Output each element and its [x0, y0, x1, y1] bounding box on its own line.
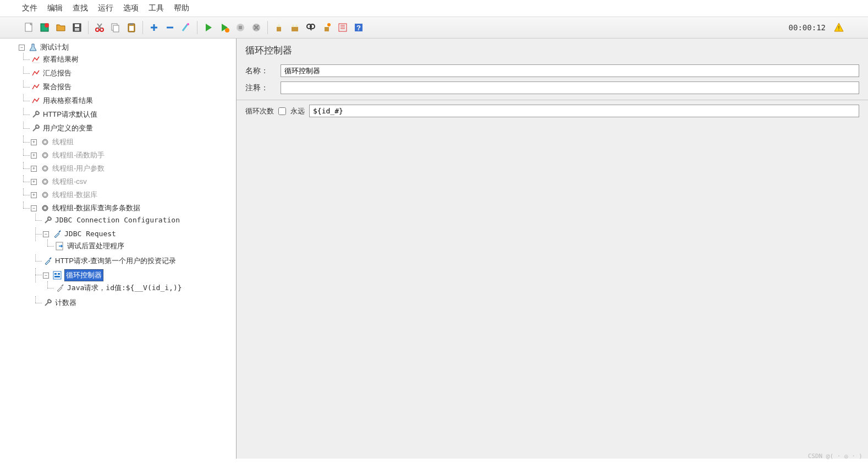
menubar: 文件 编辑 查找 运行 选项 工具 帮助: [0, 0, 868, 17]
expand-icon[interactable]: +: [31, 152, 37, 159]
start-no-pause-icon[interactable]: [217, 20, 232, 35]
tree-label: Java请求，id值:${__V(id_i,)}: [67, 282, 182, 293]
forever-checkbox[interactable]: [278, 107, 286, 115]
expand-icon[interactable]: +: [31, 192, 37, 198]
collapse-icon[interactable]: −: [43, 273, 49, 279]
new-icon[interactable]: [22, 20, 36, 35]
tree-item-counter[interactable]: 计数器: [43, 297, 76, 308]
svg-rect-59: [54, 276, 60, 277]
expand-icon[interactable]: +: [31, 179, 37, 185]
open-icon[interactable]: [54, 20, 68, 35]
clear-icon[interactable]: [272, 20, 286, 35]
tree-label: 线程组-csv: [52, 176, 87, 187]
save-icon[interactable]: [70, 20, 84, 35]
collapse-icon[interactable]: −: [31, 205, 37, 211]
svg-rect-14: [129, 26, 134, 31]
tree-label: 计数器: [55, 297, 76, 308]
toolbar: ? 00:00:12 !: [0, 17, 868, 39]
clear-all-icon[interactable]: [288, 20, 302, 35]
collapse-icon[interactable]: −: [19, 45, 25, 51]
search-icon[interactable]: [304, 20, 318, 35]
tree-item-java-request[interactable]: Java请求，id值:${__V(id_i,)}: [55, 282, 182, 293]
tree-item-tg-dbquery[interactable]: −线程组-数据库查询多条数据: [31, 203, 140, 214]
svg-point-18: [187, 23, 189, 25]
tree-label: 察看结果树: [43, 54, 79, 65]
pipette-icon: [52, 229, 62, 239]
flask-icon: [28, 42, 38, 52]
expand-icon[interactable]: +: [31, 139, 37, 145]
svg-point-32: [327, 23, 331, 26]
tree-item-summary[interactable]: 汇总报告: [31, 68, 72, 79]
menu-run[interactable]: 运行: [98, 3, 113, 13]
gear-icon: [40, 137, 50, 147]
tree-label: 用户定义的变量: [43, 123, 93, 134]
menu-find[interactable]: 查找: [73, 3, 88, 13]
copy-icon[interactable]: [108, 20, 123, 35]
toggle-icon[interactable]: [179, 20, 193, 35]
reset-search-icon[interactable]: [320, 20, 334, 35]
tree-label: 测试计划: [40, 42, 69, 53]
gear-icon: [40, 150, 50, 160]
loop-label: 循环次数: [245, 106, 274, 116]
tree-item-tg-userparam[interactable]: +线程组-用户参数: [31, 163, 105, 174]
comment-input[interactable]: [281, 81, 859, 94]
tree-root[interactable]: − 测试计划: [19, 42, 69, 53]
menu-file[interactable]: 文件: [22, 3, 37, 13]
name-input[interactable]: [281, 64, 859, 77]
loop-count-input[interactable]: [309, 105, 859, 117]
menu-edit[interactable]: 编辑: [47, 3, 63, 13]
tree-item-http-defaults[interactable]: HTTP请求默认值: [31, 109, 97, 120]
shutdown-icon[interactable]: [249, 20, 263, 35]
gear-icon: [40, 203, 50, 213]
tree-item-jdbc-request[interactable]: −JDBC Request: [43, 228, 116, 239]
start-icon[interactable]: [201, 20, 216, 35]
wrench-icon: [31, 123, 41, 133]
tree-panel: − 测试计划 察看结果树 汇总报告 聚合报告 用表格察看结果 HTTP请求默认值…: [0, 39, 237, 459]
tree-item-jdbc-config[interactable]: JDBC Connection Configuration: [43, 215, 180, 226]
tree-item-thread-group[interactable]: +线程组: [31, 137, 74, 148]
gear-icon: [40, 190, 50, 200]
tree-item-loop-controller[interactable]: −循环控制器: [43, 269, 103, 281]
tree-item-table[interactable]: 用表格察看结果: [31, 95, 93, 106]
svg-rect-21: [239, 26, 242, 29]
stop-icon[interactable]: [233, 20, 248, 35]
svg-text:!: !: [838, 25, 839, 31]
minus-icon[interactable]: [163, 20, 177, 35]
tree-label: JDBC Request: [64, 228, 116, 239]
tree-item-tg-func[interactable]: +线程组-函数助手: [31, 150, 105, 161]
paste-icon[interactable]: [124, 20, 139, 35]
separator: [197, 21, 197, 34]
test-plan-tree: − 测试计划 察看结果树 汇总报告 聚合报告 用表格察看结果 HTTP请求默认值…: [4, 41, 236, 312]
arrow-icon: [55, 241, 65, 251]
tree-item-view-results[interactable]: 察看结果树: [31, 54, 79, 65]
tree-item-tg-csv[interactable]: +线程组-csv: [31, 176, 87, 187]
comment-row: 注释：: [237, 79, 868, 96]
tree-item-user-vars[interactable]: 用户定义的变量: [31, 123, 93, 134]
tree-label: JDBC Connection Configuration: [55, 215, 180, 226]
tree-label: HTTP请求默认值: [43, 109, 97, 120]
plus-icon[interactable]: [147, 20, 161, 35]
menu-options[interactable]: 选项: [123, 3, 139, 13]
collapse-icon[interactable]: −: [43, 231, 49, 237]
content-panel: 循环控制器 名称： 注释： 循环次数 永远: [237, 39, 868, 459]
tree-label: 线程组: [52, 137, 74, 148]
tree-item-aggregate[interactable]: 聚合报告: [31, 81, 72, 92]
tree-item-http-request[interactable]: HTTP请求-查询第一个用户的投资记录: [43, 255, 176, 266]
svg-point-50: [44, 194, 46, 196]
templates-icon[interactable]: [38, 20, 52, 35]
menu-help[interactable]: 帮助: [174, 3, 189, 13]
function-helper-icon[interactable]: [336, 20, 350, 35]
separator: [142, 21, 143, 34]
pipette-icon: [43, 256, 53, 266]
svg-rect-5: [75, 28, 79, 31]
menu-tools[interactable]: 工具: [149, 3, 164, 13]
expand-icon[interactable]: +: [31, 166, 37, 172]
svg-line-53: [59, 231, 61, 232]
help-icon[interactable]: ?: [351, 20, 366, 35]
separator: [267, 21, 268, 34]
svg-text:?: ?: [356, 24, 361, 32]
cut-icon[interactable]: [92, 20, 107, 35]
warning-icon[interactable]: !: [832, 20, 846, 35]
tree-item-debug-post[interactable]: 调试后置处理程序: [55, 241, 124, 252]
tree-item-tg-db[interactable]: +线程组-数据库: [31, 189, 97, 200]
